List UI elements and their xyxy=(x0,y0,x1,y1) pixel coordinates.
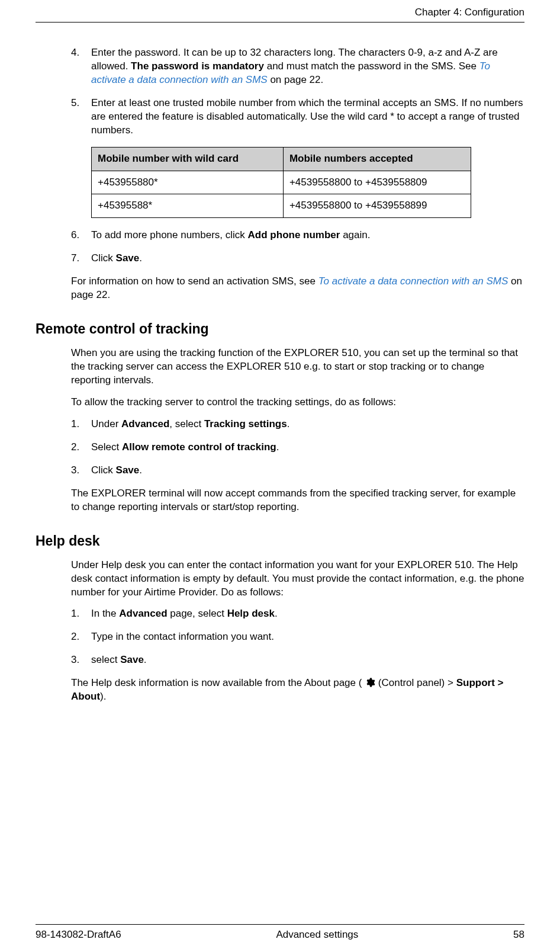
step-4: 4. Enter the password. It can be up to 3… xyxy=(71,46,524,87)
step-text: Click Save. xyxy=(91,464,524,477)
after-steps-para: For information on how to send an activa… xyxy=(71,275,524,302)
step-text: In the Advanced page, select Help desk. xyxy=(91,607,524,621)
link-activate-sms-2[interactable]: To activate a data connection with an SM… xyxy=(318,275,508,287)
helpdesk-step-2: 2. Type in the contact information you w… xyxy=(71,630,524,644)
step-number: 6. xyxy=(71,229,91,242)
table-cell: +453955880* xyxy=(92,171,284,194)
footer-pagenum: 58 xyxy=(513,928,524,942)
helpdesk-step-3: 3. select Save. xyxy=(71,653,524,667)
gear-icon xyxy=(365,677,375,688)
table-header-row: Mobile number with wild card Mobile numb… xyxy=(92,147,471,171)
heading-remote-tracking: Remote control of tracking xyxy=(36,320,524,338)
step-number: 2. xyxy=(71,630,91,644)
heading-help-desk: Help desk xyxy=(36,532,524,550)
steps-list-a-cont: 6. To add more phone numbers, click Add … xyxy=(71,229,524,265)
step-number: 7. xyxy=(71,252,91,265)
step-text: To add more phone numbers, click Add pho… xyxy=(91,229,524,242)
remote-p1: When you are using the tracking function… xyxy=(71,347,524,387)
step-number: 4. xyxy=(71,46,91,87)
table-cell: +4539558800 to +4539558899 xyxy=(283,194,471,218)
step-number: 2. xyxy=(71,441,91,454)
page-footer: 98-143082-DraftA6 Advanced settings 58 xyxy=(36,924,524,949)
helpdesk-steps: 1. In the Advanced page, select Help des… xyxy=(71,607,524,667)
remote-p3: The EXPLORER terminal will now accept co… xyxy=(71,487,524,514)
remote-step-1: 1. Under Advanced, select Tracking setti… xyxy=(71,418,524,431)
step-text: Under Advanced, select Tracking settings… xyxy=(91,418,524,431)
step-7: 7. Click Save. xyxy=(71,252,524,265)
footer-docid: 98-143082-DraftA6 xyxy=(36,928,121,942)
remote-step-3: 3. Click Save. xyxy=(71,464,524,477)
chapter-label: Chapter 4: Configuration xyxy=(415,7,524,18)
step-number: 1. xyxy=(71,607,91,621)
step-5: 5. Enter at least one trusted mobile num… xyxy=(71,97,524,137)
footer-section: Advanced settings xyxy=(276,928,358,942)
step-text: Click Save. xyxy=(91,252,524,265)
table-header: Mobile number with wild card xyxy=(92,147,284,171)
step-number: 1. xyxy=(71,418,91,431)
table-header: Mobile numbers accepted xyxy=(283,147,471,171)
step-number: 5. xyxy=(71,97,91,137)
step-number: 3. xyxy=(71,653,91,667)
step-text: Type in the contact information you want… xyxy=(91,630,524,644)
page-header: Chapter 4: Configuration xyxy=(36,0,524,23)
steps-list-a: 4. Enter the password. It can be up to 3… xyxy=(71,46,524,137)
step-number: 3. xyxy=(71,464,91,477)
table-cell: +45395588* xyxy=(92,194,284,218)
step-text: Select Allow remote control of tracking. xyxy=(91,441,524,454)
step-6: 6. To add more phone numbers, click Add … xyxy=(71,229,524,242)
remote-p2: To allow the tracking server to control … xyxy=(71,396,524,409)
table-cell: +4539558800 to +4539558809 xyxy=(283,171,471,194)
step-text: Enter the password. It can be up to 32 c… xyxy=(91,46,524,87)
table-row: +453955880* +4539558800 to +4539558809 xyxy=(92,171,471,194)
helpdesk-p2: The Help desk information is now availab… xyxy=(71,677,524,704)
helpdesk-step-1: 1. In the Advanced page, select Help des… xyxy=(71,607,524,621)
step-text: select Save. xyxy=(91,653,524,667)
step-text: Enter at least one trusted mobile number… xyxy=(91,97,524,137)
table-row: +45395588* +4539558800 to +4539558899 xyxy=(92,194,471,218)
remote-step-2: 2. Select Allow remote control of tracki… xyxy=(71,441,524,454)
helpdesk-p1: Under Help desk you can enter the contac… xyxy=(71,559,524,599)
remote-steps: 1. Under Advanced, select Tracking setti… xyxy=(71,418,524,477)
wildcard-table: Mobile number with wild card Mobile numb… xyxy=(91,147,471,219)
